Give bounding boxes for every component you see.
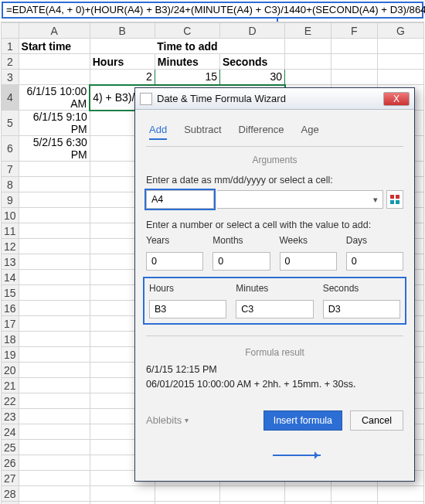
row-header-27[interactable]: 27	[2, 471, 19, 486]
row-header-28[interactable]: 28	[2, 486, 19, 502]
col-header-B[interactable]: B	[90, 23, 155, 39]
input-weeks[interactable]: 0	[280, 252, 337, 271]
tab-difference[interactable]: Difference	[239, 121, 284, 140]
arguments-label: Arguments	[146, 155, 403, 165]
col-header-C[interactable]: C	[155, 23, 219, 39]
cell-A2[interactable]	[19, 54, 90, 70]
row-header-24[interactable]: 24	[2, 424, 19, 440]
row-header-14[interactable]: 14	[2, 270, 19, 285]
date-field-label: Enter a date as mm/dd/yyyy or select a c…	[146, 175, 403, 186]
tabs: Add Subtract Difference Age	[149, 121, 403, 140]
formula-result-label: Formula result	[146, 347, 403, 358]
cell-picker-button[interactable]	[386, 190, 403, 209]
input-days[interactable]: 0	[346, 252, 403, 271]
row-header-2[interactable]: 2	[2, 54, 19, 70]
cell-B2[interactable]: Hours	[90, 54, 155, 70]
cell-A3[interactable]	[19, 70, 90, 85]
row-header-13[interactable]: 13	[2, 254, 19, 270]
cell-E1[interactable]	[285, 39, 332, 54]
row-header-29[interactable]: 29	[2, 502, 19, 505]
row-header-7[interactable]: 7	[2, 162, 19, 177]
select-all-corner[interactable]	[2, 23, 19, 39]
row-header-8[interactable]: 8	[2, 177, 19, 192]
label-days: Days	[346, 235, 403, 246]
result-line-1: 6/1/15 12:15 PM	[146, 363, 403, 377]
brand-label[interactable]: Ablebits ▾	[146, 414, 189, 426]
col-header-G[interactable]: G	[377, 23, 423, 39]
row-header-5[interactable]: 5	[2, 111, 19, 136]
row-header-21[interactable]: 21	[2, 378, 19, 393]
row-header-26[interactable]: 26	[2, 455, 19, 471]
cell-A1[interactable]: Start time	[19, 39, 90, 54]
number-field-label: Enter a number or select a cell with the…	[146, 220, 403, 230]
row-header-15[interactable]: 15	[2, 285, 19, 301]
row-header-17[interactable]: 17	[2, 316, 19, 332]
date-input-extender[interactable]: ▾	[217, 190, 383, 209]
cell-F2[interactable]	[331, 54, 377, 70]
date-input[interactable]: A4	[146, 190, 214, 209]
label-months: Months	[212, 235, 270, 246]
dialog-title-text: Date & Time Formula Wizard	[157, 93, 286, 104]
row-header-10[interactable]: 10	[2, 208, 19, 223]
insert-formula-button[interactable]: Insert formula	[264, 410, 342, 431]
col-header-F[interactable]: F	[331, 23, 377, 39]
cell-B3[interactable]: 2	[90, 70, 155, 85]
cell-F3[interactable]	[331, 70, 377, 85]
row-header-4[interactable]: 4	[2, 85, 19, 111]
label-minutes: Minutes	[236, 283, 313, 294]
brand-text: Ablebits	[146, 414, 182, 426]
row-header-16[interactable]: 16	[2, 301, 19, 316]
row-header-22[interactable]: 22	[2, 393, 19, 409]
cell-E3[interactable]	[285, 70, 332, 85]
row-header-19[interactable]: 19	[2, 347, 19, 363]
input-years[interactable]: 0	[146, 252, 203, 271]
cell-E2[interactable]	[285, 54, 332, 70]
tab-add[interactable]: Add	[149, 121, 167, 140]
row-header-6[interactable]: 6	[2, 136, 19, 162]
cell-G3[interactable]	[377, 70, 423, 85]
formula-bar[interactable]: =EDATE(A4, + 0)+(HOUR(A4) + B3)/24+(MINU…	[2, 2, 423, 19]
input-minutes[interactable]: C3	[236, 300, 313, 318]
dialog-icon	[140, 93, 152, 105]
close-icon[interactable]: X	[383, 92, 410, 106]
callout-arrow-insert	[273, 455, 321, 456]
row-header-18[interactable]: 18	[2, 332, 19, 347]
cell-A5[interactable]: 6/1/15 9:10 PM	[19, 111, 90, 136]
row-header-9[interactable]: 9	[2, 192, 19, 208]
col-header-D[interactable]: D	[219, 23, 284, 39]
input-seconds[interactable]: D3	[323, 300, 400, 318]
label-weeks: Weeks	[280, 235, 337, 246]
chevron-down-icon: ▾	[185, 416, 189, 424]
row-header-3[interactable]: 3	[2, 70, 19, 85]
cell-C3[interactable]: 15	[155, 70, 219, 85]
cell-G1[interactable]	[377, 39, 423, 54]
col-header-A[interactable]: A	[19, 23, 90, 39]
grid-icon	[390, 195, 400, 204]
cell-G2[interactable]	[377, 54, 423, 70]
cell-F1[interactable]	[331, 39, 377, 54]
formula-wizard-dialog: Date & Time Formula Wizard X Add Subtrac…	[134, 87, 415, 482]
tab-age[interactable]: Age	[301, 121, 319, 140]
cell-A4[interactable]: 6/1/15 10:00 AM	[19, 85, 90, 111]
row-header-11[interactable]: 11	[2, 223, 19, 239]
result-line-2: 06/01/2015 10:00:00 AM + 2hh. + 15mm. + …	[146, 377, 403, 392]
chevron-down-icon: ▾	[373, 195, 378, 205]
cell-D2[interactable]: Seconds	[219, 54, 284, 70]
time-inputs-highlight: Hours Minutes Seconds B3 C3 D3	[144, 278, 405, 323]
col-header-E[interactable]: E	[285, 23, 332, 39]
dialog-titlebar[interactable]: Date & Time Formula Wizard X	[135, 88, 414, 110]
cell-D3[interactable]: 30	[219, 70, 284, 85]
cancel-button[interactable]: Cancel	[350, 410, 403, 431]
row-header-25[interactable]: 25	[2, 440, 19, 455]
row-header-12[interactable]: 12	[2, 239, 19, 254]
row-header-1[interactable]: 1	[2, 39, 19, 54]
input-months[interactable]: 0	[212, 252, 270, 271]
tab-subtract[interactable]: Subtract	[184, 121, 221, 140]
cell-B1D1[interactable]: Time to add	[90, 39, 284, 54]
input-hours[interactable]: B3	[149, 300, 226, 318]
cell-A6[interactable]: 5/2/15 6:30 PM	[19, 136, 90, 162]
date-input-value: A4	[151, 194, 163, 205]
row-header-20[interactable]: 20	[2, 363, 19, 378]
cell-C2[interactable]: Minutes	[155, 54, 219, 70]
row-header-23[interactable]: 23	[2, 409, 19, 424]
